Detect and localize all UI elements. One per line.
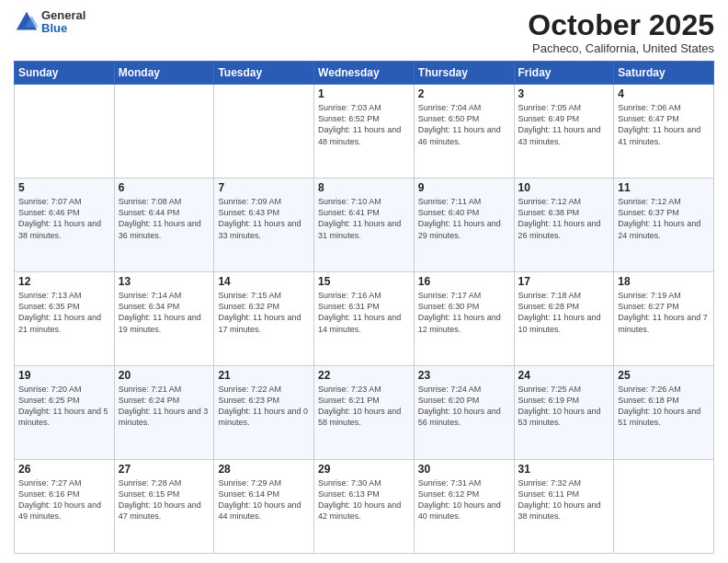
table-row: 3Sunrise: 7:05 AM Sunset: 6:49 PM Daylig… xyxy=(514,85,614,178)
day-number: 26 xyxy=(18,463,110,476)
day-number: 7 xyxy=(218,181,310,194)
day-number: 25 xyxy=(618,369,710,382)
header-monday: Monday xyxy=(114,62,214,85)
table-row xyxy=(114,85,214,178)
day-info: Sunrise: 7:24 AM Sunset: 6:20 PM Dayligh… xyxy=(418,384,510,429)
day-info: Sunrise: 7:08 AM Sunset: 6:44 PM Dayligh… xyxy=(119,196,210,241)
table-row: 7Sunrise: 7:09 AM Sunset: 6:43 PM Daylig… xyxy=(214,178,314,272)
day-number: 14 xyxy=(218,275,310,288)
table-row: 15Sunrise: 7:16 AM Sunset: 6:31 PM Dayli… xyxy=(314,272,415,366)
day-info: Sunrise: 7:18 AM Sunset: 6:28 PM Dayligh… xyxy=(518,290,610,335)
day-info: Sunrise: 7:15 AM Sunset: 6:32 PM Dayligh… xyxy=(218,290,310,335)
table-row: 8Sunrise: 7:10 AM Sunset: 6:41 PM Daylig… xyxy=(314,178,415,272)
table-row: 27Sunrise: 7:28 AM Sunset: 6:15 PM Dayli… xyxy=(114,460,214,554)
day-info: Sunrise: 7:06 AM Sunset: 6:47 PM Dayligh… xyxy=(618,102,710,147)
day-number: 10 xyxy=(518,181,610,194)
day-info: Sunrise: 7:04 AM Sunset: 6:50 PM Dayligh… xyxy=(418,102,510,147)
table-row: 17Sunrise: 7:18 AM Sunset: 6:28 PM Dayli… xyxy=(514,272,614,366)
day-info: Sunrise: 7:09 AM Sunset: 6:43 PM Dayligh… xyxy=(218,196,310,241)
day-number: 31 xyxy=(518,463,610,476)
table-row: 24Sunrise: 7:25 AM Sunset: 6:19 PM Dayli… xyxy=(514,366,614,460)
header: General Blue October 2025 Pacheco, Calif… xyxy=(14,9,714,55)
day-number: 12 xyxy=(18,275,110,288)
day-number: 8 xyxy=(318,181,410,194)
logo-text: General Blue xyxy=(41,9,85,36)
day-number: 5 xyxy=(18,181,110,194)
header-tuesday: Tuesday xyxy=(214,62,314,85)
day-info: Sunrise: 7:11 AM Sunset: 6:40 PM Dayligh… xyxy=(418,196,510,241)
day-number: 19 xyxy=(18,369,110,382)
day-number: 22 xyxy=(318,369,410,382)
page: General Blue October 2025 Pacheco, Calif… xyxy=(0,0,728,563)
day-number: 3 xyxy=(518,87,610,100)
table-row: 21Sunrise: 7:22 AM Sunset: 6:23 PM Dayli… xyxy=(214,366,314,460)
day-info: Sunrise: 7:20 AM Sunset: 6:25 PM Dayligh… xyxy=(18,384,110,429)
table-row: 12Sunrise: 7:13 AM Sunset: 6:35 PM Dayli… xyxy=(15,272,115,366)
logo: General Blue xyxy=(14,9,85,36)
day-number: 17 xyxy=(518,275,610,288)
header-friday: Friday xyxy=(514,62,614,85)
table-row: 11Sunrise: 7:12 AM Sunset: 6:37 PM Dayli… xyxy=(614,178,714,272)
table-row: 6Sunrise: 7:08 AM Sunset: 6:44 PM Daylig… xyxy=(114,178,214,272)
table-row xyxy=(15,85,115,178)
day-number: 2 xyxy=(418,87,510,100)
calendar-week-row: 5Sunrise: 7:07 AM Sunset: 6:46 PM Daylig… xyxy=(15,178,714,272)
day-info: Sunrise: 7:03 AM Sunset: 6:52 PM Dayligh… xyxy=(318,102,410,147)
title-block: October 2025 Pacheco, California, United… xyxy=(528,9,714,55)
header-wednesday: Wednesday xyxy=(314,62,415,85)
table-row: 26Sunrise: 7:27 AM Sunset: 6:16 PM Dayli… xyxy=(15,460,115,554)
day-info: Sunrise: 7:17 AM Sunset: 6:30 PM Dayligh… xyxy=(418,290,510,335)
day-number: 11 xyxy=(618,181,710,194)
header-sunday: Sunday xyxy=(15,62,115,85)
table-row: 9Sunrise: 7:11 AM Sunset: 6:40 PM Daylig… xyxy=(414,178,514,272)
table-row: 5Sunrise: 7:07 AM Sunset: 6:46 PM Daylig… xyxy=(15,178,115,272)
table-row: 2Sunrise: 7:04 AM Sunset: 6:50 PM Daylig… xyxy=(414,85,514,178)
day-info: Sunrise: 7:32 AM Sunset: 6:11 PM Dayligh… xyxy=(518,477,610,523)
day-number: 27 xyxy=(119,463,210,476)
day-info: Sunrise: 7:29 AM Sunset: 6:14 PM Dayligh… xyxy=(218,477,310,523)
table-row xyxy=(214,85,314,178)
calendar-week-row: 19Sunrise: 7:20 AM Sunset: 6:25 PM Dayli… xyxy=(15,366,714,460)
day-number: 4 xyxy=(618,87,710,100)
day-number: 24 xyxy=(518,369,610,382)
table-row: 19Sunrise: 7:20 AM Sunset: 6:25 PM Dayli… xyxy=(15,366,115,460)
day-number: 21 xyxy=(218,369,310,382)
day-number: 29 xyxy=(318,463,410,476)
day-info: Sunrise: 7:07 AM Sunset: 6:46 PM Dayligh… xyxy=(18,196,110,241)
table-row: 4Sunrise: 7:06 AM Sunset: 6:47 PM Daylig… xyxy=(614,85,714,178)
table-row: 18Sunrise: 7:19 AM Sunset: 6:27 PM Dayli… xyxy=(614,272,714,366)
table-row: 20Sunrise: 7:21 AM Sunset: 6:24 PM Dayli… xyxy=(114,366,214,460)
day-info: Sunrise: 7:19 AM Sunset: 6:27 PM Dayligh… xyxy=(618,290,710,335)
day-number: 18 xyxy=(618,275,710,288)
header-thursday: Thursday xyxy=(414,62,514,85)
day-info: Sunrise: 7:31 AM Sunset: 6:12 PM Dayligh… xyxy=(418,477,510,523)
table-row: 30Sunrise: 7:31 AM Sunset: 6:12 PM Dayli… xyxy=(414,460,514,554)
day-info: Sunrise: 7:25 AM Sunset: 6:19 PM Dayligh… xyxy=(518,384,610,429)
day-number: 30 xyxy=(418,463,510,476)
calendar-header-row: Sunday Monday Tuesday Wednesday Thursday… xyxy=(15,62,714,85)
header-saturday: Saturday xyxy=(614,62,714,85)
day-info: Sunrise: 7:30 AM Sunset: 6:13 PM Dayligh… xyxy=(318,477,410,523)
day-number: 16 xyxy=(418,275,510,288)
calendar-week-row: 12Sunrise: 7:13 AM Sunset: 6:35 PM Dayli… xyxy=(15,272,714,366)
table-row: 1Sunrise: 7:03 AM Sunset: 6:52 PM Daylig… xyxy=(314,85,415,178)
day-number: 1 xyxy=(318,87,410,100)
table-row: 22Sunrise: 7:23 AM Sunset: 6:21 PM Dayli… xyxy=(314,366,415,460)
day-info: Sunrise: 7:28 AM Sunset: 6:15 PM Dayligh… xyxy=(119,477,210,523)
day-number: 9 xyxy=(418,181,510,194)
day-number: 13 xyxy=(119,275,210,288)
table-row: 14Sunrise: 7:15 AM Sunset: 6:32 PM Dayli… xyxy=(214,272,314,366)
table-row: 13Sunrise: 7:14 AM Sunset: 6:34 PM Dayli… xyxy=(114,272,214,366)
calendar-subtitle: Pacheco, California, United States xyxy=(528,41,714,55)
table-row: 28Sunrise: 7:29 AM Sunset: 6:14 PM Dayli… xyxy=(214,460,314,554)
calendar-title: October 2025 xyxy=(528,9,714,41)
day-number: 28 xyxy=(218,463,310,476)
logo-blue: Blue xyxy=(41,22,85,35)
calendar-week-row: 1Sunrise: 7:03 AM Sunset: 6:52 PM Daylig… xyxy=(15,85,714,178)
day-info: Sunrise: 7:12 AM Sunset: 6:38 PM Dayligh… xyxy=(518,196,610,241)
day-info: Sunrise: 7:05 AM Sunset: 6:49 PM Dayligh… xyxy=(518,102,610,147)
table-row: 31Sunrise: 7:32 AM Sunset: 6:11 PM Dayli… xyxy=(514,460,614,554)
day-info: Sunrise: 7:16 AM Sunset: 6:31 PM Dayligh… xyxy=(318,290,410,335)
day-info: Sunrise: 7:13 AM Sunset: 6:35 PM Dayligh… xyxy=(18,290,110,335)
day-number: 6 xyxy=(119,181,210,194)
